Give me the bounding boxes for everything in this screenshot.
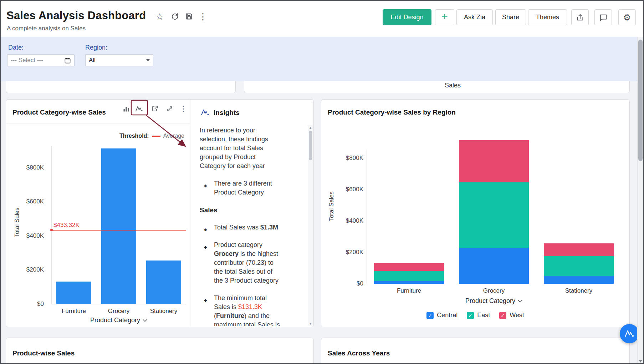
bar-grocery[interactable] [101, 148, 136, 304]
refresh-button[interactable] [169, 11, 180, 22]
card-sales-across-years: Sales Across Years [321, 338, 630, 364]
checkbox-checked-icon[interactable]: ✓ [467, 312, 474, 319]
bar-stationery-east[interactable] [544, 256, 614, 276]
ask-zia-button[interactable]: Ask Zia [456, 9, 493, 25]
calendar-icon [64, 57, 71, 64]
diamond-bullet-icon: ◆ [204, 225, 207, 234]
date-filter-select[interactable]: --- Select --- [7, 54, 75, 66]
export-button[interactable] [571, 9, 589, 25]
bar-stationery-central[interactable] [544, 276, 614, 284]
legend-item-west[interactable]: ✓West [499, 312, 524, 319]
x-tick-label: Furniture [367, 287, 451, 294]
date-filter-value: --- Select --- [11, 57, 64, 64]
page-scrollbar-thumb[interactable] [638, 40, 643, 161]
bar-stationery-west[interactable] [544, 243, 614, 256]
checkbox-checked-icon[interactable]: ✓ [426, 312, 434, 319]
x-tick-label: Grocery [96, 308, 141, 315]
legend-label: West [510, 312, 524, 319]
insights-bullet: ◆Total Sales was $1.3M [200, 223, 282, 232]
insights-bullet-text: The minimum total Sales is $131.3K (Furn… [214, 294, 280, 326]
add-report-button[interactable]: + [435, 9, 454, 25]
diamond-bullet-icon: ◆ [204, 243, 207, 252]
insights-scrollbar-thumb[interactable] [309, 131, 312, 160]
y-axis-line [51, 146, 52, 304]
header-more-options-button[interactable]: ⋮ [197, 11, 209, 22]
themes-button[interactable]: Themes [528, 9, 567, 25]
chevron-down-icon [146, 59, 150, 61]
scroll-down-icon[interactable]: ▼ [309, 322, 312, 325]
chevron-down-icon [143, 319, 147, 322]
x-axis-title[interactable]: Product Category [367, 297, 621, 305]
favorite-star-button[interactable]: ☆ [154, 11, 165, 22]
bar-furniture-east[interactable] [374, 271, 444, 281]
save-button[interactable] [183, 11, 195, 22]
export-icon [576, 14, 584, 21]
y-axis-title: Total Sales [328, 181, 335, 231]
card-category-sales: Product Category-wise Sales ⋮ $0$200K$40… [6, 99, 314, 327]
threshold-legend: Threshold: Average [119, 133, 184, 139]
bar-furniture[interactable] [56, 282, 91, 304]
refresh-icon [171, 12, 179, 21]
threshold-value: Average [163, 133, 184, 139]
insights-bullet-text: There are 3 different Product Category [214, 180, 272, 196]
insights-title: Insights [214, 109, 240, 117]
bar-grocery-west[interactable] [459, 140, 529, 182]
x-tick-label: Furniture [51, 308, 96, 315]
bar-furniture-west[interactable] [374, 263, 444, 271]
x-tick-label: Grocery [451, 287, 536, 294]
threshold-label: Threshold: [119, 133, 149, 139]
scroll-down-icon[interactable] [639, 360, 642, 363]
bar-grocery-east[interactable] [459, 182, 529, 248]
region-stacked-chart: $0$200K$400K$600K$800KFurnitureGrocerySt… [321, 100, 629, 327]
comments-button[interactable] [594, 9, 612, 25]
insights-section-heading: Sales [200, 206, 282, 214]
partial-card-right: Sales [244, 81, 630, 93]
zia-icon [201, 108, 209, 117]
y-tick-label: $800K [18, 164, 44, 171]
share-button[interactable]: Share [495, 9, 526, 25]
comment-icon [599, 14, 607, 21]
bar-grocery-central[interactable] [459, 248, 529, 284]
legend-item-central[interactable]: ✓Central [426, 312, 458, 319]
page-title: Sales Analysis Dashboard [6, 9, 146, 22]
region-filter-select[interactable]: All [85, 54, 153, 66]
legend-item-east[interactable]: ✓East [467, 312, 490, 319]
y-axis-title: Total Sales [14, 197, 21, 247]
checkbox-checked-icon[interactable]: ✓ [499, 312, 506, 319]
insights-scrollbar[interactable]: ▲ ▼ [308, 125, 313, 326]
insights-bullet: ◆Product category Grocery is the highest… [200, 241, 282, 285]
y-tick-label: $400K [18, 232, 44, 239]
star-icon: ☆ [156, 12, 164, 21]
y-tick-label: $600K [337, 186, 363, 193]
scroll-up-icon[interactable]: ▲ [309, 126, 312, 130]
bar-stationery[interactable] [146, 261, 181, 304]
x-tick-label: Stationery [536, 287, 621, 294]
card-title: Product-wise Sales [12, 349, 75, 357]
diamond-bullet-icon: ◆ [204, 296, 207, 305]
edit-design-button[interactable]: Edit Design [383, 9, 431, 25]
chart-legend: ✓Central✓East✓West [321, 312, 629, 319]
legend-label: Central [437, 312, 458, 319]
app-header: Sales Analysis Dashboard A complete anal… [1, 1, 643, 37]
y-tick-label: $0 [18, 300, 44, 308]
region-filter-value: All [89, 57, 146, 64]
y-tick-label: $400K [337, 217, 363, 224]
dashboard-screen: Sales Analysis Dashboard A complete anal… [0, 0, 644, 364]
page-scrollbar[interactable] [637, 37, 643, 364]
vertical-dots-icon: ⋮ [199, 12, 208, 21]
average-line-dot [50, 229, 53, 231]
card-product-wise-sales: Product-wise Sales [6, 338, 314, 364]
bar-furniture-central[interactable] [374, 281, 444, 284]
y-tick-label: $200K [337, 249, 363, 256]
x-tick-label: Stationery [141, 308, 186, 315]
filter-bar: Date: --- Select --- Region: All [1, 37, 643, 81]
page-subtitle: A complete analysis on Sales [7, 25, 86, 32]
settings-button[interactable]: ⚙ [618, 9, 636, 25]
x-axis-title[interactable]: Product Category [51, 317, 186, 324]
partial-x-axis-label: Sales [445, 82, 461, 89]
insights-bullet-text: Product category Grocery is the highest … [214, 241, 278, 284]
region-filter-label: Region: [85, 44, 107, 51]
diamond-bullet-icon: ◆ [204, 181, 207, 190]
zia-assistant-fab[interactable] [620, 324, 639, 343]
x-axis-line [51, 304, 186, 304]
